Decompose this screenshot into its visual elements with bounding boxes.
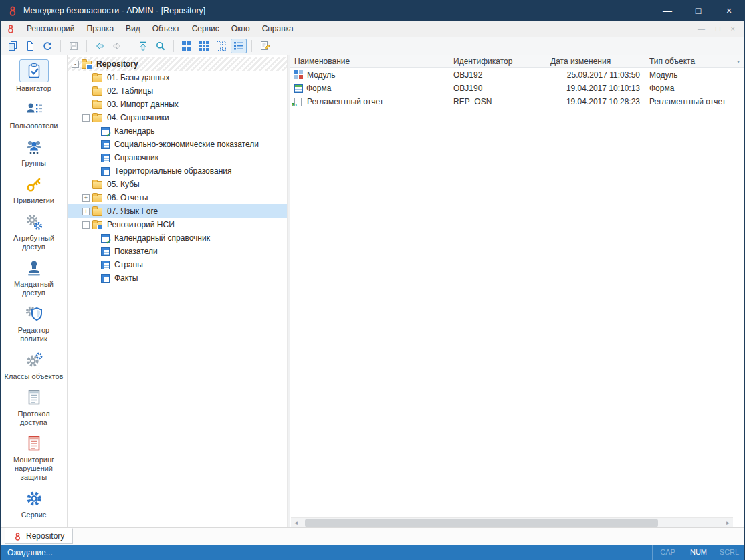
tree-item-dictionary[interactable]: Справочник bbox=[68, 151, 287, 164]
menubar: Репозиторий Правка Вид Объект Сервис Окн… bbox=[1, 21, 744, 37]
back-button[interactable] bbox=[92, 39, 108, 53]
large-icons-view-button[interactable] bbox=[179, 39, 195, 53]
mdi-close-button[interactable]: × bbox=[731, 25, 735, 33]
tree-item-cubes[interactable]: 05. Кубы bbox=[68, 178, 287, 191]
toolbar-separator bbox=[130, 40, 130, 52]
cell-object-type: Модуль bbox=[645, 70, 744, 80]
go-to-top-button[interactable] bbox=[135, 39, 151, 53]
tree-item-territorial-entities[interactable]: Территориальные образования bbox=[68, 164, 287, 178]
collapse-icon[interactable]: - bbox=[82, 114, 90, 122]
tree-item-label: Страны bbox=[112, 259, 145, 270]
sidebar-item-label: Протокол доступа bbox=[5, 410, 64, 427]
menu-window[interactable]: Окно bbox=[225, 21, 256, 36]
tab-repository[interactable]: Repository bbox=[5, 528, 73, 544]
mdi-restore-button[interactable]: □ bbox=[716, 25, 720, 33]
table-row[interactable]: Модуль OBJ192 25.09.2017 11:03:50 Модуль bbox=[290, 68, 744, 82]
collapse-icon[interactable]: - bbox=[72, 61, 79, 68]
folder-icon bbox=[92, 74, 102, 82]
refresh-button[interactable] bbox=[39, 39, 56, 53]
tree-item-data-import[interactable]: 03. Импорт данных bbox=[68, 98, 287, 111]
sidebar-item-access-protocol[interactable]: Протокол доступа bbox=[5, 388, 64, 427]
tree-item-label: 02. Таблицы bbox=[105, 86, 155, 96]
tree-item-countries[interactable]: Страны bbox=[68, 258, 287, 271]
forward-button[interactable] bbox=[109, 39, 125, 53]
toolbar-separator bbox=[173, 40, 174, 52]
small-icons-view-button[interactable] bbox=[196, 39, 212, 53]
tree-item-tables[interactable]: 02. Таблицы bbox=[68, 84, 287, 98]
search-button[interactable] bbox=[152, 39, 169, 53]
save-button[interactable] bbox=[66, 39, 82, 53]
folder-icon bbox=[92, 114, 102, 122]
toolbar-separator bbox=[251, 40, 252, 52]
minimize-button[interactable]: — bbox=[652, 1, 683, 21]
horizontal-scrollbar[interactable]: ◄ ► bbox=[291, 517, 733, 527]
menu-edit[interactable]: Правка bbox=[81, 21, 120, 36]
toolbar bbox=[1, 37, 744, 55]
sidebar-item-mandatory-access[interactable]: Мандатный доступ bbox=[5, 258, 64, 297]
mdi-minimize-button[interactable]: — bbox=[698, 25, 705, 33]
scroll-lock-indicator: SCRL bbox=[714, 545, 744, 560]
details-view-icon bbox=[233, 41, 244, 51]
cell-object-type: Форма bbox=[645, 84, 744, 93]
expand-icon[interactable]: + bbox=[82, 208, 90, 215]
collapse-icon[interactable]: - bbox=[82, 221, 90, 229]
tree-item-label: Репозиторий НСИ bbox=[105, 219, 177, 230]
folder-icon bbox=[92, 101, 102, 109]
tree-item-calendar-dictionary[interactable]: Календарный справочник bbox=[68, 231, 287, 245]
tree-item-calendar[interactable]: Календарь bbox=[68, 124, 287, 138]
scroll-right-icon[interactable]: ► bbox=[723, 518, 733, 528]
sidebar-item-label: Атрибутный доступ bbox=[5, 234, 64, 251]
menu-view[interactable]: Вид bbox=[120, 21, 146, 36]
menu-repository[interactable]: Репозиторий bbox=[21, 21, 81, 36]
menu-object[interactable]: Объект bbox=[146, 21, 186, 36]
calendar-dictionary-icon bbox=[101, 127, 110, 136]
sidebar-item-label: Пользователи bbox=[5, 122, 64, 130]
sidebar-item-object-classes[interactable]: Классы объектов bbox=[5, 350, 64, 381]
tree-item-nsi-repository[interactable]: - Репозиторий НСИ bbox=[68, 218, 287, 231]
search-icon bbox=[155, 41, 166, 51]
tree-item-indicators[interactable]: Показатели bbox=[68, 245, 287, 258]
sidebar-item-privileges[interactable]: Привилегии bbox=[5, 174, 64, 205]
sidebar-item-attribute-access[interactable]: Атрибутный доступ bbox=[5, 212, 64, 251]
edit-note-button[interactable] bbox=[257, 39, 273, 53]
scroll-left-icon[interactable]: ◄ bbox=[291, 518, 301, 528]
open-object-button[interactable] bbox=[22, 39, 38, 53]
menu-help[interactable]: Справка bbox=[256, 21, 300, 36]
column-header-identifier[interactable]: Идентификатор bbox=[449, 55, 546, 67]
tree-item-label: Территориальные образования bbox=[112, 166, 234, 176]
column-header-object-type[interactable]: Тип объекта bbox=[645, 55, 744, 67]
sidebar-item-navigator[interactable]: Навигатор bbox=[5, 59, 64, 93]
sidebar-item-violation-monitoring[interactable]: Мониторинг нарушений защиты bbox=[5, 434, 64, 482]
privileges-key-icon bbox=[22, 174, 46, 194]
tree-item-dictionaries[interactable]: - 04. Справочники bbox=[68, 111, 287, 124]
close-button[interactable]: × bbox=[714, 1, 744, 21]
tree-item-reports[interactable]: + 06. Отчеты bbox=[68, 191, 287, 204]
list-view-button[interactable] bbox=[213, 39, 229, 53]
scrollbar-thumb[interactable] bbox=[305, 519, 658, 527]
column-filter-icon[interactable]: ▾ bbox=[734, 57, 743, 67]
cell-object-type: Регламентный отчет bbox=[645, 97, 744, 106]
main-content: Навигатор Пользователи Группы Привилегии… bbox=[1, 55, 744, 527]
tree-item-label: 06. Отчеты bbox=[105, 192, 150, 203]
sidebar-item-users[interactable]: Пользователи bbox=[5, 100, 64, 130]
details-view-button[interactable] bbox=[231, 39, 247, 53]
expand-icon[interactable]: + bbox=[82, 194, 90, 202]
table-row[interactable]: Регламентный отчет REP_OSN 19.04.2017 10… bbox=[290, 95, 744, 108]
column-header-modified-date[interactable]: Дата изменения bbox=[546, 55, 645, 67]
tree-item-fore-language[interactable]: + 07. Язык Fore bbox=[68, 204, 287, 218]
menu-service[interactable]: Сервис bbox=[186, 21, 225, 36]
sidebar-item-groups[interactable]: Группы bbox=[5, 137, 64, 168]
table-row[interactable]: Форма OBJ190 19.04.2017 10:10:13 Форма bbox=[290, 82, 744, 95]
nsi-repository-icon bbox=[92, 221, 102, 229]
dictionary-icon bbox=[101, 140, 110, 149]
tree-item-repository[interactable]: - Repository bbox=[68, 57, 287, 71]
mandatory-access-stamp-icon bbox=[22, 258, 46, 278]
new-object-button[interactable] bbox=[5, 39, 21, 53]
tree-item-socioeconomic-indicators[interactable]: Социально-экономические показатели bbox=[68, 138, 287, 151]
tree-item-facts[interactable]: Факты bbox=[68, 271, 287, 285]
column-header-name[interactable]: Наименование bbox=[290, 55, 449, 67]
sidebar-item-policy-editor[interactable]: Редактор политик bbox=[5, 304, 64, 343]
tree-item-databases[interactable]: 01. Базы данных bbox=[68, 71, 287, 84]
sidebar-item-service[interactable]: Сервис bbox=[5, 488, 64, 519]
maximize-button[interactable]: □ bbox=[683, 1, 714, 21]
